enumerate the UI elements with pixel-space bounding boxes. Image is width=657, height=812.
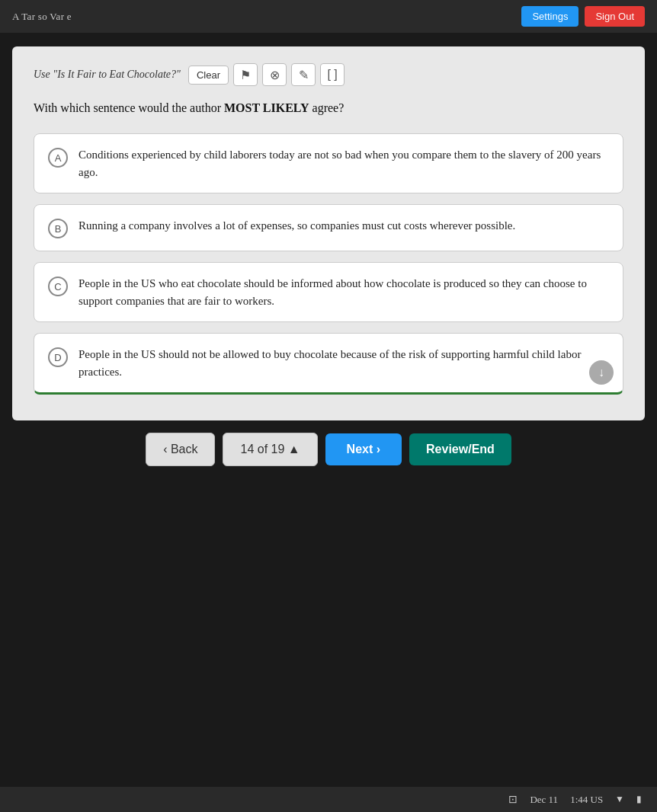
toolbar: Use "Is It Fair to Eat Chocolate?" Clear… xyxy=(34,63,623,86)
expand-icon: [ ] xyxy=(327,68,337,82)
app-title: A Tar so Var e xyxy=(12,11,72,23)
status-date: Dec 11 xyxy=(530,794,558,806)
wifi-icon: ▼ xyxy=(615,794,624,805)
settings-button[interactable]: Settings xyxy=(521,6,578,27)
article-label: Use "Is It Fair to Eat Chocolate?" xyxy=(34,69,181,81)
option-circle-a: A xyxy=(48,148,68,168)
screen-icon: ⊡ xyxy=(508,793,518,806)
option-text-b: Running a company involves a lot of expe… xyxy=(79,217,515,235)
navigation-bar: ‹ Back 14 of 19 ▲ Next › Review/End xyxy=(12,433,645,466)
edit-icon: ✎ xyxy=(299,68,309,82)
clear-button[interactable]: Clear xyxy=(188,66,229,85)
top-bar: A Tar so Var e Settings Sign Out xyxy=(0,0,657,33)
edit-button[interactable]: ✎ xyxy=(291,63,316,86)
answer-option-b[interactable]: B Running a company involves a lot of ex… xyxy=(34,204,623,251)
answer-option-a[interactable]: A Conditions experienced by child labore… xyxy=(34,133,623,193)
signout-button[interactable]: Sign Out xyxy=(585,6,645,27)
option-text-a: Conditions experienced by child laborers… xyxy=(79,146,609,181)
option-circle-d: D xyxy=(48,347,68,367)
question-emphasis: MOST LIKELY xyxy=(224,101,309,114)
back-button[interactable]: ‹ Back xyxy=(146,433,215,466)
next-button[interactable]: Next › xyxy=(325,433,402,465)
question-text: With which sentence would the author MOS… xyxy=(34,100,623,117)
option-circle-c: C xyxy=(48,277,68,296)
option-circle-b: B xyxy=(48,219,68,238)
scroll-down-icon: ↓ xyxy=(589,360,614,385)
answer-option-c[interactable]: C People in the US who eat chocolate sho… xyxy=(34,262,623,322)
flag-button[interactable]: ⚑ xyxy=(233,63,258,86)
status-time: 1:44 US xyxy=(570,794,603,806)
review-end-button[interactable]: Review/End xyxy=(409,433,511,465)
question-prefix: With which sentence would the author xyxy=(34,101,224,114)
x-button[interactable]: ⊗ xyxy=(262,63,287,86)
flag-icon: ⚑ xyxy=(240,68,251,82)
option-text-d: People in the US should not be allowed t… xyxy=(79,346,609,380)
x-icon: ⊗ xyxy=(270,68,280,82)
battery-icon: ▮ xyxy=(636,794,642,805)
expand-button[interactable]: [ ] xyxy=(320,63,345,86)
status-bar: ⊡ Dec 11 1:44 US ▼ ▮ xyxy=(0,787,657,812)
main-content: Use "Is It Fair to Eat Chocolate?" Clear… xyxy=(12,46,645,420)
answer-option-d[interactable]: D People in the US should not be allowed… xyxy=(34,333,623,395)
option-text-c: People in the US who eat chocolate shoul… xyxy=(79,275,609,309)
question-suffix: agree? xyxy=(309,101,345,114)
progress-button[interactable]: 14 of 19 ▲ xyxy=(223,433,317,466)
